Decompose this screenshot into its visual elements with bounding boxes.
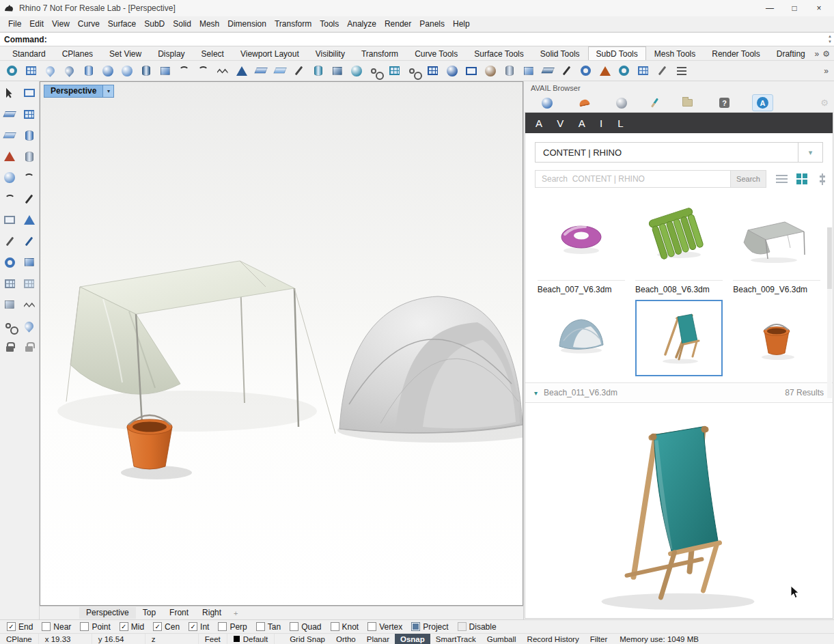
status-toggle[interactable]: SmartTrack [430,634,482,644]
asset-tile-air-mattress[interactable]: Beach_008_V6.3dm [630,200,727,294]
mesh-plane-icon[interactable] [423,62,442,80]
cylinder-solid-icon[interactable] [21,128,38,143]
lock-icon[interactable] [1,339,18,354]
osnap-toggle[interactable]: Mid [120,622,144,632]
viewport-page-tab[interactable]: Top [136,607,163,619]
stack-list-icon[interactable] [672,62,691,80]
menu-item[interactable]: Help [449,17,474,31]
source-dropdown-chevron-icon[interactable]: ▾ [798,142,823,163]
menu-item[interactable]: File [4,17,25,31]
faucet-icon[interactable] [500,62,518,80]
toolbar-overflow-chevron-icon[interactable]: » [815,49,820,59]
ellipsoid-icon[interactable] [117,62,136,80]
toolbar-tab[interactable]: Render Tools [704,46,768,60]
rounded-box-icon[interactable] [156,62,174,80]
osnap-toggle[interactable]: Cen [153,622,180,632]
jug-icon[interactable] [1,170,18,185]
materials-panel-tab[interactable] [575,98,594,108]
help-panel-tab[interactable]: ? [715,96,734,110]
osnap-toggle[interactable]: Int [189,622,209,632]
hook-curve-icon[interactable] [21,170,38,185]
dot-array-icon[interactable] [21,276,38,291]
layer-pane[interactable]: Default [227,634,275,644]
panel-scrollbar[interactable] [827,227,832,398]
menu-item[interactable]: Analyze [343,17,380,31]
toolbar-gear-icon[interactable]: ⚙ [822,49,830,59]
checkbox-icon[interactable] [331,622,339,631]
toolbar-tab[interactable]: Display [150,46,193,60]
paint-panel-tab[interactable] [650,96,660,110]
panel-options-gear-icon[interactable]: ⚙ [820,98,829,108]
plane-grid-icon[interactable] [22,62,40,80]
zigzag-curve-icon[interactable] [213,62,232,80]
viewport-page-tab[interactable]: Right [195,607,228,619]
asset-tile-dome-tent[interactable] [532,300,630,376]
open-book-icon[interactable] [1,128,18,143]
menu-item[interactable]: View [48,17,74,31]
command-area[interactable]: Command: ▲ ▼ [0,32,834,46]
asset-preview-pane[interactable] [525,403,833,618]
cylinder-icon[interactable] [79,62,98,80]
magnet-icon[interactable] [1,318,18,333]
disc-icon[interactable] [137,62,155,80]
corner-pen-icon[interactable] [290,62,308,80]
libraries-panel-tab[interactable] [678,97,697,109]
maximize-button[interactable]: □ [782,1,807,16]
torus-icon[interactable] [3,62,21,80]
perspective-viewport[interactable]: Perspective ▾ [40,81,523,606]
scroll-up-icon[interactable]: ▲ [828,33,832,39]
menu-item[interactable]: Dimension [223,17,270,31]
drop-icon[interactable] [41,62,59,80]
toolbar-tab[interactable]: Solid Tools [532,46,588,60]
wrench-icon[interactable] [653,62,671,80]
toolbar-tab[interactable]: Surface Tools [466,46,532,60]
status-toggle[interactable]: Osnap [395,634,430,644]
checker-surface-icon[interactable] [21,107,38,122]
scroll-down-icon[interactable]: ▼ [828,39,832,44]
viewport-title-tab[interactable]: Perspective ▾ [44,85,114,98]
asset-tile-canopy-tent[interactable]: Beach_009_V6.3dm [728,200,826,294]
divider-caliper-icon[interactable] [1,234,18,249]
checkbox-icon[interactable] [411,622,420,631]
menu-item[interactable]: Transform [270,17,316,31]
wedge-icon[interactable] [251,62,270,80]
drop-solid-icon[interactable] [60,62,79,80]
control-pen-icon[interactable] [21,191,38,206]
arc-two-icon[interactable] [194,62,212,80]
count-icon[interactable] [519,62,538,80]
viewport-3d-scene[interactable] [40,82,523,606]
select-cursor-icon[interactable] [1,85,18,100]
drafting-board-icon[interactable] [21,85,38,100]
chain-edge-icon[interactable] [366,62,385,80]
fin-icon[interactable] [232,62,251,80]
scrollbar-thumb[interactable] [827,227,832,289]
toolbar-tab[interactable]: Curve Tools [406,46,466,60]
toolbar-tab[interactable]: SubD Tools [588,46,646,60]
units-pane[interactable]: Feet [199,634,227,644]
spiral-icon[interactable] [615,62,633,80]
mesh-sphere-icon[interactable] [443,62,461,80]
viewport-menu-chevron-icon[interactable]: ▾ [103,85,114,98]
checkbox-icon[interactable] [7,622,16,631]
teapot-icon[interactable] [481,62,499,80]
bucket-3d[interactable] [127,415,172,469]
checkbox-icon[interactable] [290,622,298,631]
menu-item[interactable]: Surface [104,17,140,31]
menu-item[interactable]: Solid [169,17,195,31]
checkbox-icon[interactable] [153,622,162,631]
status-toggle[interactable]: Filter [585,634,613,644]
surface-pair-icon[interactable] [1,107,18,122]
checkbox-icon[interactable] [458,622,467,631]
toolbar-tab[interactable]: Visibility [307,46,353,60]
toolbar-tab[interactable]: Viewport Layout [232,46,307,60]
torus-section-icon[interactable] [576,62,595,80]
collapse-chevron-icon[interactable]: ▾ [534,389,538,397]
osnap-toggle[interactable]: Perp [218,622,247,632]
checkbox-icon[interactable] [218,622,227,631]
cplane-pane[interactable]: CPlane [0,634,39,644]
marker-pen-icon[interactable] [557,62,576,80]
mesh-grid-icon[interactable] [634,62,652,80]
picture-frame-icon[interactable] [462,62,480,80]
status-toggle[interactable]: Gumball [482,634,522,644]
osnap-toggle[interactable]: Point [80,622,110,632]
